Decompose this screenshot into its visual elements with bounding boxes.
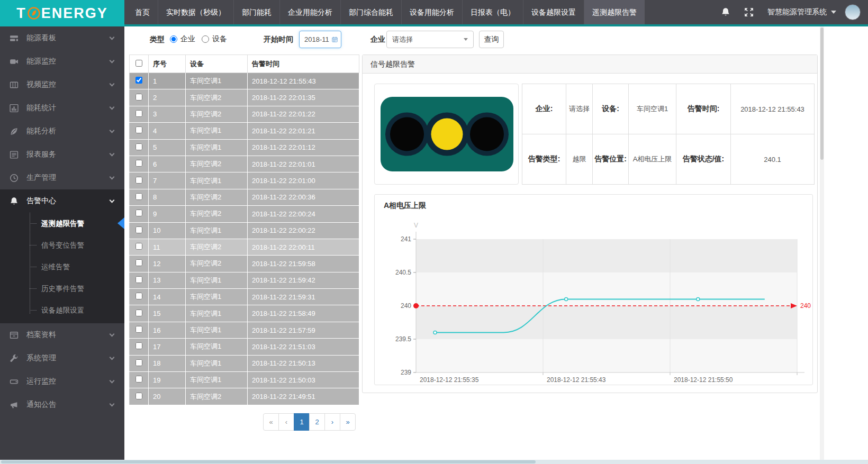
table-row[interactable]: 7车间空调12018-11-22 22:01:00 [130, 172, 359, 189]
sidebar-subitem-信号变位告警[interactable]: 信号变位告警 [0, 234, 124, 256]
table-row[interactable]: 16车间空调12018-11-22 21:57:59 [130, 322, 359, 338]
sidebar-item-能耗统计[interactable]: 能耗统计 [0, 96, 124, 120]
table-row[interactable]: 2车间空调22018-11-22 22:01:35 [130, 89, 359, 106]
start-time-input[interactable] [304, 35, 332, 43]
row-checkbox[interactable] [135, 359, 142, 366]
sidebar-item-视频监控[interactable]: 视频监控 [0, 73, 124, 96]
table-row[interactable]: 12车间空调22018-11-22 21:59:58 [130, 256, 359, 272]
page-button-»[interactable]: » [340, 413, 356, 431]
radio-enterprise[interactable]: 企业 [170, 34, 195, 44]
row-checkbox[interactable] [135, 276, 142, 283]
table-row[interactable]: 18车间空调12018-11-22 21:50:13 [130, 355, 359, 371]
sidebar-subitem-遥测越限告警[interactable]: 遥测越限告警 [0, 213, 124, 234]
row-checkbox[interactable] [135, 110, 142, 117]
sidebar-item-能耗分析[interactable]: 能耗分析 [0, 120, 124, 143]
horizontal-scrollbar[interactable] [0, 460, 868, 464]
system-title[interactable]: 智慧能源管理系统 [767, 7, 827, 17]
sidebar-item-告警中心[interactable]: 告警中心 [0, 189, 124, 213]
table-row[interactable]: 4车间空调12018-11-22 22:01:21 [130, 123, 359, 139]
nav-item[interactable]: 设备用能分析 [401, 0, 462, 24]
cell-no: 5 [149, 139, 186, 156]
query-button[interactable]: 查询 [479, 31, 504, 48]
nav-item[interactable]: 首页 [127, 0, 158, 24]
sidebar-subitem-运维告警[interactable]: 运维告警 [0, 256, 124, 278]
film-icon [10, 80, 19, 89]
row-checkbox[interactable] [135, 326, 142, 333]
sidebar-item-能源看板[interactable]: 能源看板 [0, 26, 124, 50]
row-checkbox[interactable] [135, 177, 142, 184]
table-row[interactable]: 1车间空调12018-12-12 21:55:43 [130, 73, 359, 89]
cell-device: 车间空调1 [186, 172, 248, 189]
nav-item[interactable]: 部门综合能耗 [340, 0, 401, 24]
radio-device[interactable]: 设备 [202, 34, 227, 44]
sidebar-item-报表服务[interactable]: 报表服务 [0, 143, 124, 166]
table-row[interactable]: 3车间空调22018-11-22 22:01:22 [130, 106, 359, 122]
sidebar-subitem-设备越限设置[interactable]: 设备越限设置 [0, 299, 124, 321]
hdd-icon [10, 377, 19, 386]
table-row[interactable]: 11车间空调22018-11-22 22:00:11 [130, 239, 359, 255]
row-checkbox[interactable] [135, 77, 142, 84]
page-button-2[interactable]: 2 [309, 413, 325, 431]
table-row[interactable]: 14车间空调12018-11-22 21:59:31 [130, 289, 359, 305]
row-checkbox[interactable] [135, 94, 142, 101]
table-row[interactable]: 6车间空调22018-11-22 22:01:01 [130, 156, 359, 172]
row-checkbox[interactable] [135, 259, 142, 266]
table-row[interactable]: 15车间空调12018-11-22 21:58:49 [130, 305, 359, 322]
row-checkbox[interactable] [135, 342, 142, 349]
enterprise-select[interactable]: 请选择 [386, 31, 474, 48]
row-checkbox[interactable] [135, 293, 142, 299]
table-row[interactable]: 20车间空调22018-11-22 21:49:51 [130, 388, 359, 405]
nav-item[interactable]: 实时数据（秒级） [158, 0, 233, 24]
cell-time: 2018-11-22 21:50:03 [248, 372, 359, 388]
fullscreen-icon[interactable] [744, 7, 754, 17]
sidebar-subitem-历史事件告警[interactable]: 历史事件告警 [0, 278, 124, 299]
row-checkbox[interactable] [135, 226, 142, 233]
nav-item[interactable]: 企业用能分析 [279, 0, 340, 24]
alarm-table: 序号 设备 告警时间 1车间空调12018-12-12 21:55:432车间空… [129, 54, 359, 405]
radio-enterprise-input[interactable] [170, 35, 177, 43]
sidebar-item-档案资料[interactable]: 档案资料 [0, 323, 124, 347]
table-row[interactable]: 5车间空调12018-11-22 22:01:12 [130, 139, 359, 156]
avatar[interactable] [845, 4, 861, 20]
chart-title: A相电压上限 [384, 201, 426, 211]
nav-item[interactable]: 部门能耗 [233, 0, 279, 24]
row-checkbox[interactable] [135, 143, 142, 150]
row-checkbox[interactable] [135, 126, 142, 133]
start-time-field[interactable] [299, 31, 341, 48]
row-checkbox[interactable] [135, 193, 142, 200]
sidebar-item-能源监控[interactable]: 能源监控 [0, 50, 124, 73]
table-row[interactable]: 10车间空调12018-11-22 22:00:22 [130, 222, 359, 239]
sidebar-item-生产管理[interactable]: 生产管理 [0, 166, 124, 189]
nav-item[interactable]: 遥测越限告警 [584, 0, 645, 24]
row-checkbox[interactable] [135, 310, 142, 316]
table-row[interactable]: 19车间空调12018-11-22 21:50:03 [130, 372, 359, 388]
page-button-1[interactable]: 1 [294, 413, 310, 431]
calendar-icon[interactable] [332, 35, 338, 43]
sidebar-item-运行监控[interactable]: 运行监控 [0, 370, 124, 393]
vertical-scrollbar-thumb[interactable] [820, 28, 824, 160]
select-all-checkbox[interactable] [135, 60, 142, 67]
horizontal-scrollbar-thumb[interactable] [1, 460, 536, 463]
cell-no: 2 [149, 89, 186, 106]
row-checkbox[interactable] [135, 210, 142, 216]
table-row[interactable]: 8车间空调22018-11-22 22:00:36 [130, 189, 359, 205]
nav-item[interactable]: 日报表（电） [462, 0, 523, 24]
row-checkbox[interactable] [135, 160, 142, 167]
row-checkbox[interactable] [135, 243, 142, 250]
row-checkbox[interactable] [135, 376, 142, 383]
nav-item[interactable]: 设备越限设置 [523, 0, 584, 24]
page-button-›[interactable]: › [324, 413, 340, 431]
row-checkbox[interactable] [135, 393, 142, 399]
notification-bell-icon[interactable] [721, 7, 730, 17]
table-row[interactable]: 9车间空调22018-11-22 22:00:24 [130, 206, 359, 222]
table-row[interactable]: 17车间空调12018-11-22 21:51:03 [130, 339, 359, 355]
sidebar-item-通知公告[interactable]: 通知公告 [0, 393, 124, 416]
vertical-scrollbar[interactable] [820, 26, 824, 460]
sidebar-item-系统管理[interactable]: 系统管理 [0, 347, 124, 370]
row-checkbox-cell [130, 123, 149, 139]
chevron-down-icon [110, 104, 115, 110]
radio-device-input[interactable] [202, 35, 209, 43]
table-row[interactable]: 13车间空调12018-11-22 21:59:42 [130, 272, 359, 288]
enterprise-select-value: 请选择 [392, 35, 413, 44]
row-checkbox-cell [130, 355, 149, 371]
